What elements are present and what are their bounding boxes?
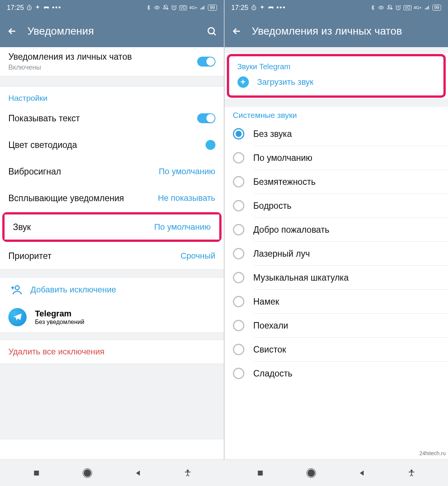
sound-label: Свисток bbox=[253, 345, 286, 355]
setting-led-color[interactable]: Цвет светодиода bbox=[0, 132, 224, 158]
radio-icon bbox=[233, 224, 244, 235]
sound-label: Без звука bbox=[253, 129, 292, 139]
sound-label: По умолчанию bbox=[253, 153, 313, 163]
svg-point-13 bbox=[308, 469, 315, 477]
sound-option[interactable]: Без звука bbox=[229, 122, 448, 146]
sound-option[interactable]: По умолчанию bbox=[229, 146, 448, 170]
signal-icon bbox=[424, 5, 430, 10]
radio-icon bbox=[233, 272, 244, 283]
sound-label: Безмятежность bbox=[253, 177, 316, 187]
setting-priority[interactable]: Приоритет Срочный bbox=[0, 243, 224, 269]
sound-option[interactable]: Лазерный луч bbox=[229, 242, 448, 265]
nav-accessibility-icon[interactable] bbox=[407, 469, 416, 477]
add-exception-row[interactable]: Добавить исключение bbox=[0, 278, 224, 302]
nav-home-icon[interactable] bbox=[306, 468, 316, 478]
sound-option[interactable]: Добро пожаловать bbox=[229, 218, 448, 241]
battery-indicator: 99 bbox=[432, 5, 441, 11]
radio-icon bbox=[233, 320, 244, 331]
svg-point-11 bbox=[187, 470, 188, 471]
status-bar: 17:25 ••• VO 4G+ 99 bbox=[0, 0, 224, 15]
battery-indicator: 99 bbox=[208, 5, 217, 11]
status-time: 17:25 bbox=[7, 4, 24, 12]
status-bar: 17:25 ••• VO 4G+ 99 bbox=[225, 0, 448, 15]
sound-label: Намек bbox=[253, 297, 279, 307]
sound-option[interactable]: Поехали bbox=[229, 314, 448, 337]
game-icon bbox=[43, 5, 50, 11]
svg-point-15 bbox=[411, 470, 412, 471]
timer-icon bbox=[251, 5, 257, 11]
svg-point-3 bbox=[208, 28, 214, 34]
page-title-right: Уведомления из личных чатов bbox=[252, 25, 442, 37]
sparkle-icon bbox=[35, 5, 41, 11]
toggle-private-chats[interactable] bbox=[197, 57, 215, 67]
dnd-icon bbox=[387, 5, 393, 11]
sound-option[interactable]: Бодрость bbox=[229, 194, 448, 218]
radio-icon bbox=[233, 368, 244, 379]
radio-icon bbox=[233, 344, 244, 355]
setting-popup[interactable]: Всплывающие уведомления Не показывать bbox=[0, 185, 224, 211]
phone-left: 17:25 ••• VO 4G+ 99 Уведомления bbox=[0, 0, 224, 459]
svg-rect-12 bbox=[258, 470, 263, 475]
radio-icon bbox=[233, 296, 244, 307]
app-bar-left: Уведомления bbox=[0, 15, 224, 47]
sound-option[interactable]: Сладость bbox=[229, 362, 448, 385]
radio-icon bbox=[233, 152, 244, 164]
toggle-show-text[interactable] bbox=[197, 113, 215, 123]
nav-home-icon[interactable] bbox=[82, 468, 92, 478]
add-person-icon bbox=[8, 284, 22, 296]
svg-point-6 bbox=[380, 7, 382, 8]
sparkle-icon bbox=[259, 5, 265, 11]
sound-label: Бодрость bbox=[253, 201, 291, 211]
nav-back-icon[interactable] bbox=[358, 469, 366, 477]
setting-sound[interactable]: Звук По умолчанию bbox=[5, 214, 219, 240]
sound-label: Сладость bbox=[253, 368, 293, 379]
svg-rect-8 bbox=[34, 470, 39, 475]
highlight-telegram-sounds: Звуки Telegram + Загрузить звук bbox=[227, 54, 446, 98]
settings-header: Настройки bbox=[0, 87, 224, 105]
svg-point-4 bbox=[15, 286, 19, 290]
page-title-left: Уведомления bbox=[27, 25, 196, 37]
nav-recent-icon[interactable] bbox=[32, 469, 41, 477]
sound-label: Музыкальная шкатулка bbox=[253, 273, 349, 283]
svg-point-9 bbox=[84, 469, 91, 477]
led-color-dot bbox=[206, 140, 215, 150]
telegram-sounds-header: Звуки Telegram bbox=[229, 57, 444, 71]
signal-icon bbox=[199, 5, 206, 10]
sound-label: Поехали bbox=[253, 321, 288, 331]
upload-sound-row[interactable]: + Загрузить звук bbox=[229, 71, 444, 95]
nav-recent-icon[interactable] bbox=[256, 469, 264, 477]
setting-show-text[interactable]: Показывать текст bbox=[0, 105, 224, 132]
radio-icon bbox=[233, 176, 244, 187]
game-icon bbox=[268, 5, 274, 11]
sound-option[interactable]: Свисток bbox=[229, 338, 448, 361]
nav-back-icon[interactable] bbox=[134, 469, 142, 477]
setting-private-chats[interactable]: Уведомления из личных чатов Включены bbox=[0, 47, 224, 76]
back-icon[interactable] bbox=[7, 26, 17, 37]
nav-accessibility-icon[interactable] bbox=[184, 469, 192, 477]
search-icon[interactable] bbox=[206, 26, 217, 37]
back-icon[interactable] bbox=[231, 26, 242, 37]
sound-option[interactable]: Музыкальная шкатулка bbox=[229, 266, 448, 289]
delete-all-exceptions[interactable]: Удалить все исключения bbox=[0, 340, 224, 364]
sound-label: Добро пожаловать bbox=[253, 225, 329, 235]
app-bar-right: Уведомления из личных чатов bbox=[225, 15, 448, 47]
sound-label: Лазерный луч bbox=[253, 249, 310, 259]
bluetooth-icon bbox=[146, 5, 151, 11]
exception-telegram[interactable]: Telegram Без уведомлений bbox=[0, 302, 224, 332]
sound-option[interactable]: Безмятежность bbox=[229, 170, 448, 194]
telegram-avatar bbox=[8, 308, 27, 326]
dnd-icon bbox=[163, 5, 169, 11]
nav-bar bbox=[0, 459, 448, 486]
timer-icon bbox=[26, 5, 32, 11]
watermark: 24hitech.ru bbox=[420, 450, 446, 456]
highlight-sound-row: Звук По умолчанию bbox=[2, 212, 222, 242]
plus-icon: + bbox=[237, 76, 249, 88]
setting-vibrate[interactable]: Вибросигнал По умолчанию bbox=[0, 158, 224, 185]
alarm-icon bbox=[171, 5, 177, 11]
system-sounds-header: Системные звуки bbox=[225, 107, 448, 122]
alarm-icon bbox=[395, 5, 401, 11]
sound-radio-list: Без звукаПо умолчаниюБезмятежностьБодрос… bbox=[225, 122, 448, 385]
sound-option[interactable]: Намек bbox=[229, 290, 448, 313]
eye-icon bbox=[154, 5, 160, 10]
status-time: 17:25 bbox=[231, 4, 249, 12]
